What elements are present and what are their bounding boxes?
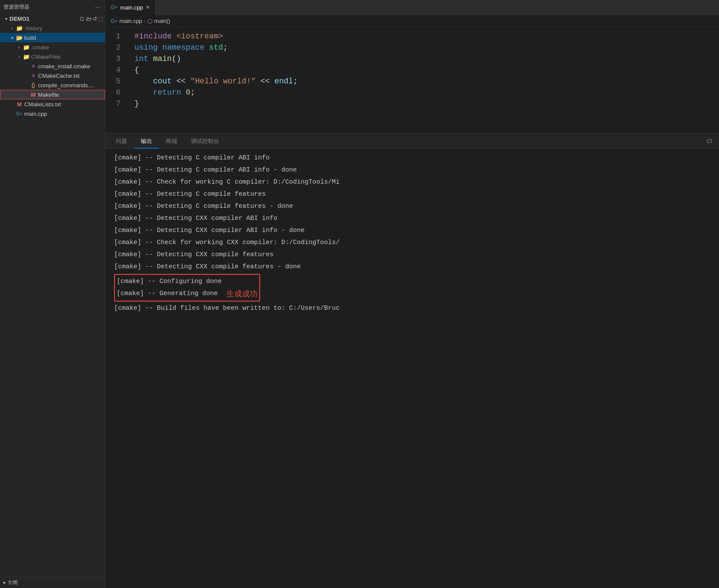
output-line-5: [cmake] -- Detecting CXX compiler ABI in… <box>114 213 710 225</box>
sidebar-footer-outline[interactable]: ▸ 大纲 <box>0 577 105 588</box>
output-line-12: [cmake] -- Build files have been written… <box>114 302 710 315</box>
collapse-all-icon[interactable]: ⬚ <box>98 16 103 22</box>
breadcrumb-file-icon: G+ <box>111 18 118 24</box>
outline-text: 大纲 <box>7 579 18 585</box>
output-line-9: [cmake] -- Detecting CXX compile feature… <box>114 261 710 273</box>
file-icon-main-cpp: G+ <box>16 111 23 116</box>
code-line-3: 3 int main() <box>105 53 719 64</box>
history-label: .history <box>24 25 42 32</box>
main-cpp-label: main.cpp <box>24 111 47 117</box>
tab-terminal[interactable]: 终端 <box>159 133 184 149</box>
tree-item-main-cpp[interactable]: › G+ main.cpp <box>0 109 105 118</box>
line-code-6: return 0; <box>129 87 195 98</box>
sidebar: 资源管理器 ··· ▾ DEMO1 🗋 🗁 ↺ ⬚ › 📁 .history ▾ <box>0 0 105 588</box>
tab-bar: G+ main.cpp ✕ <box>105 0 719 15</box>
panel-tabs: 问题 输出 终端 调试控制台 <box>109 133 226 148</box>
sidebar-more-icon[interactable]: ··· <box>94 3 102 11</box>
new-folder-icon[interactable]: 🗁 <box>86 16 92 22</box>
tree-item-cmakefiles[interactable]: › 📁 CMakeFiles <box>0 52 105 61</box>
build-label: build <box>24 35 36 41</box>
cmakelists-label: CMakeLists.txt <box>24 101 61 108</box>
compile-commands-label: compile_commands.... <box>38 82 94 89</box>
output-line-0: [cmake] -- Detecting C compiler ABI info <box>114 152 710 164</box>
breadcrumb-file: main.cpp <box>119 18 142 24</box>
cmakefiles-label: CMakeFiles <box>31 54 61 60</box>
tab-output-label: 输出 <box>141 138 152 144</box>
root-actions: 🗋 🗁 ↺ ⬚ <box>80 16 103 22</box>
line-num-4: 4 <box>105 64 129 76</box>
line-code-7: } <box>129 98 139 109</box>
line-code-5: cout << "Hello world!" << endl; <box>129 76 298 87</box>
output-line-2: [cmake] -- Check for working C compiler:… <box>114 176 710 188</box>
breadcrumb-sep1: › <box>144 18 146 24</box>
ci-button[interactable]: CI <box>703 138 716 144</box>
folder-icon-build: 📂 <box>16 35 23 41</box>
panel-tab-bar: 问题 输出 终端 调试控制台 CI <box>105 133 719 149</box>
ci-label: CI <box>706 138 712 144</box>
line-code-2: using namespace std; <box>129 42 228 53</box>
code-line-7: 7 } <box>105 98 719 109</box>
arrow-build: ▾ <box>9 35 16 40</box>
sidebar-title: 资源管理器 <box>3 3 29 11</box>
output-line-11: [cmake] -- Generating done 生成成功 <box>117 288 258 300</box>
tree-item-build[interactable]: ▾ 📂 build <box>0 33 105 42</box>
arrow-history: › <box>9 26 16 31</box>
breadcrumb-func-icon: ⬡ <box>147 18 153 25</box>
output-line-3: [cmake] -- Detecting C compile features <box>114 188 710 200</box>
tree-item-cmake-install[interactable]: › ≡ cmake_install.cmake <box>0 61 105 71</box>
arrow-cmakefiles: › <box>16 54 22 59</box>
line-num-5: 5 <box>105 76 129 87</box>
tree-item-cmake-folder[interactable]: › 📁 .cmake <box>0 42 105 52</box>
tree-root-item[interactable]: ▾ DEMO1 🗋 🗁 ↺ ⬚ <box>0 14 105 23</box>
code-line-2: 2 using namespace std; <box>105 42 719 53</box>
line-num-6: 6 <box>105 87 129 98</box>
tree-item-cmakelists[interactable]: › M CMakeLists.txt <box>0 99 105 109</box>
tree-item-cmakecache[interactable]: › ≡ CMakeCache.txt <box>0 71 105 80</box>
folder-icon-history: 📁 <box>16 25 23 32</box>
breadcrumb-func: main() <box>154 18 170 24</box>
tab-output[interactable]: 输出 <box>134 133 159 149</box>
tree-item-makefile[interactable]: › M Makefile <box>0 90 105 99</box>
file-icon-makefile: M <box>29 92 37 98</box>
refresh-icon[interactable]: ↺ <box>92 16 97 22</box>
output-line-8: [cmake] -- Detecting CXX compile feature… <box>114 249 710 261</box>
output-line-4: [cmake] -- Detecting C compile features … <box>114 200 710 213</box>
right-panel: G+ main.cpp ✕ G+ main.cpp › ⬡ main() 1 #… <box>105 0 719 588</box>
tab-close-main-cpp[interactable]: ✕ <box>146 4 150 10</box>
tab-debug-label: 调试控制台 <box>191 138 219 144</box>
arrow-cmake-folder: › <box>16 45 22 50</box>
line-code-3: int main() <box>129 53 181 64</box>
tab-label-main-cpp: main.cpp <box>120 4 143 11</box>
sidebar-actions: ··· <box>94 3 102 11</box>
cmake-folder-label: .cmake <box>31 44 49 51</box>
code-line-1: 1 #include <iostream> <box>105 31 719 42</box>
tree-item-compile-commands[interactable]: › {} compile_commands.... <box>0 80 105 90</box>
output-line-7: [cmake] -- Check for working CXX compile… <box>114 237 710 249</box>
line-num-7: 7 <box>105 98 129 109</box>
tab-terminal-label: 终端 <box>166 138 177 144</box>
output-line-1: [cmake] -- Detecting C compiler ABI info… <box>114 164 710 176</box>
tree-arrow-demo1: ▾ <box>3 16 10 21</box>
new-file-icon[interactable]: 🗋 <box>80 16 85 22</box>
tab-main-cpp[interactable]: G+ main.cpp ✕ <box>105 0 156 15</box>
tab-debug[interactable]: 调试控制台 <box>184 133 226 149</box>
output-line-10: [cmake] -- Configuring done <box>117 276 258 288</box>
line-code-1: #include <iostream> <box>129 31 223 42</box>
generating-done-text: [cmake] -- Generating done <box>117 288 218 300</box>
code-line-5: 5 cout << "Hello world!" << endl; <box>105 76 719 87</box>
output-area[interactable]: [cmake] -- Detecting C compiler ABI info… <box>105 149 719 384</box>
file-tree: ▾ DEMO1 🗋 🗁 ↺ ⬚ › 📁 .history ▾ 📂 build › <box>0 14 105 577</box>
demo1-label: DEMO1 <box>10 16 29 22</box>
bottom-panel: 问题 输出 终端 调试控制台 CI [cmake] -- Detecting C… <box>105 133 719 384</box>
line-num-1: 1 <box>105 31 129 42</box>
output-line-6: [cmake] -- Detecting CXX compiler ABI in… <box>114 225 710 237</box>
code-line-6: 6 return 0; <box>105 87 719 98</box>
cmakecache-label: CMakeCache.txt <box>38 73 80 79</box>
folder-icon-cmake: 📁 <box>22 44 30 51</box>
tab-problems[interactable]: 问题 <box>109 133 134 149</box>
folder-icon-cmakefiles: 📁 <box>22 54 30 60</box>
line-code-4: { <box>129 64 139 76</box>
code-editor[interactable]: 1 #include <iostream> 2 using namespace … <box>105 27 719 133</box>
tree-item-history[interactable]: › 📁 .history <box>0 23 105 33</box>
makefile-label: Makefile <box>38 92 59 98</box>
